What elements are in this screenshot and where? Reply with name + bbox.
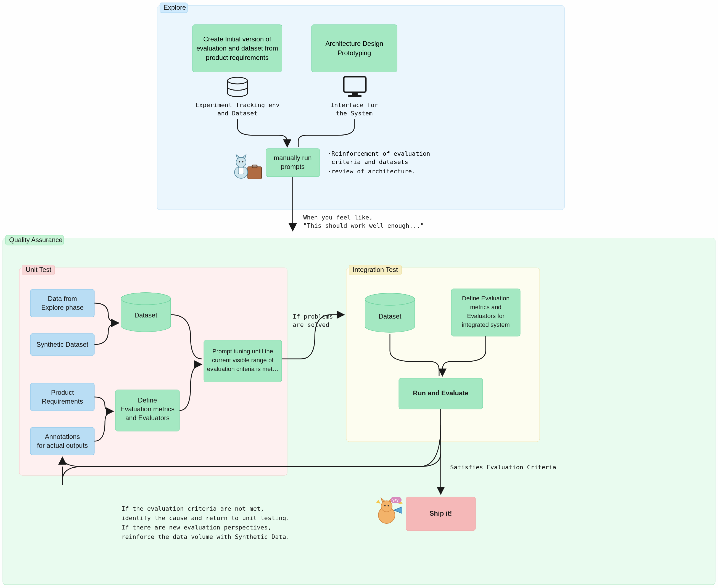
- label-interface-l2: the System: [336, 110, 372, 117]
- text-defint-l1: Define Evaluation: [462, 295, 510, 302]
- text-dataset-unit: Dataset: [135, 311, 158, 319]
- text-synthetic: Synthetic Dataset: [37, 341, 88, 348]
- text-product-req-l1: Product: [51, 389, 74, 396]
- text-manually-run-l2: prompts: [281, 163, 305, 170]
- label-region-explore: Explore: [163, 4, 186, 11]
- text-fb-l3: If there are new evaluation perspectives…: [122, 524, 271, 531]
- text-annotations-l1: Annotations: [45, 433, 80, 440]
- bullet-dot2: ·: [328, 168, 331, 175]
- text-defint-l3: Evaluators for: [467, 313, 505, 319]
- text-fb-l4: reinforce the data volume with Synthetic…: [122, 533, 290, 540]
- text-ship: Ship it!: [429, 510, 452, 517]
- bullet-dot1: ·: [328, 150, 331, 157]
- text-annotations-l2: for actual outputs: [37, 442, 88, 449]
- text-pt-l1: Prompt tuning until the: [212, 348, 273, 355]
- text-arch-design: Architecture Design Prototyping: [314, 27, 394, 69]
- svg-point-9: [242, 161, 244, 163]
- svg-text:yay!: yay!: [392, 498, 399, 502]
- box-product-req: [30, 383, 95, 411]
- svg-point-17: [384, 505, 386, 507]
- label-region-qa: Quality Assurance: [9, 236, 62, 244]
- box-manually-run: [266, 148, 320, 177]
- text-fb-l2: identify the cause and return to unit te…: [122, 514, 290, 522]
- text-satisfies: Satisfies Evaluation Criteria: [450, 464, 556, 471]
- label-tracking-l1: Experiment Tracking env: [196, 102, 280, 108]
- text-fb-l1: If the evaluation criteria are not met,: [122, 505, 264, 512]
- text-pt-l2: current visible range of: [212, 357, 274, 363]
- text-ifsolved-l2: are solved: [293, 321, 329, 328]
- svg-rect-4: [248, 167, 262, 179]
- label-interface-l1: Interface for: [331, 102, 378, 108]
- text-dataset-int: Dataset: [378, 313, 402, 320]
- svg-rect-2: [352, 92, 357, 95]
- text-manually-run-l1: manually run: [274, 154, 311, 162]
- text-data-from-l2: Explore phase: [41, 304, 83, 311]
- box-data-from: [30, 289, 95, 317]
- text-defint-l2: metrics and: [470, 304, 501, 311]
- text-run-eval: Run and Evaluate: [413, 389, 468, 397]
- text-pt-l3: evaluation criteria is met…: [207, 365, 279, 372]
- text-ifsolved-l1: If problems: [293, 313, 333, 320]
- svg-rect-10: [238, 167, 244, 174]
- text-define-l3: and Evaluators: [125, 414, 169, 422]
- label-region-integration: Integration Test: [353, 266, 398, 273]
- svg-point-7: [236, 158, 246, 167]
- label-region-unit: Unit Test: [26, 266, 52, 273]
- text-bullet2: review of architecture.: [331, 168, 416, 175]
- text-define-l2: Evaluation metrics: [120, 405, 175, 413]
- text-product-req-l2: Requirements: [42, 398, 83, 405]
- svg-point-16: [381, 501, 392, 512]
- svg-point-8: [239, 161, 240, 163]
- box-annotations: [30, 427, 95, 455]
- text-define-l1: Define: [138, 396, 157, 404]
- svg-point-18: [388, 505, 389, 507]
- label-tracking-l2: and Dataset: [217, 110, 258, 117]
- text-data-from-l1: Data from: [48, 295, 77, 302]
- text-defint-l4: integrated system: [462, 321, 510, 328]
- text-bullet1: Reinforcement of evaluation criteria and…: [331, 150, 447, 166]
- text-create-initial: Create Initial version of evaluation and…: [195, 27, 279, 69]
- svg-rect-3: [348, 95, 362, 97]
- text-transition-l2: "This should work well enough...": [303, 222, 424, 229]
- text-transition-l1: When you feel like,: [303, 214, 373, 221]
